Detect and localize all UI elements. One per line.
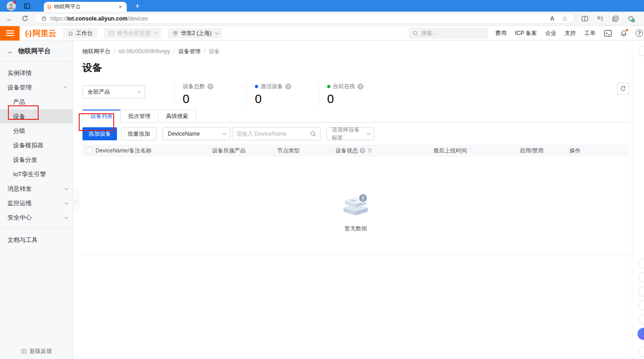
- stat-active-devices: 激活设备? 0: [246, 82, 318, 106]
- main-content: 物联网平台/iot-06z00c0h9r6voyy/设备管理/设备 设备 全部产…: [73, 41, 644, 359]
- help-icon[interactable]: ?: [285, 83, 291, 90]
- product-filter-select[interactable]: 全部产品: [82, 85, 145, 98]
- add-device-button[interactable]: 添加设备: [82, 127, 117, 140]
- breadcrumb: 物联网平台/iot-06z00c0h9r6voyy/设备管理/设备: [82, 41, 629, 55]
- tab-title: 物联网平台: [54, 3, 117, 10]
- favorites-bar-icon[interactable]: [596, 15, 604, 22]
- chevron-down-icon: [64, 200, 68, 204]
- content-divider: [82, 255, 629, 255]
- refresh-icon[interactable]: [21, 15, 28, 22]
- chevron-down-icon: [64, 215, 68, 219]
- tab-close-icon[interactable]: ×: [117, 4, 123, 10]
- resource-scope-selector[interactable]: 账号全部资源: [104, 28, 161, 38]
- browser-essentials-icon[interactable]: [627, 15, 635, 22]
- address-bar[interactable]: https://iot.console.aliyun.com/devices A…: [34, 13, 575, 24]
- console-search-input[interactable]: [421, 30, 477, 36]
- device-tag-select[interactable]: 请选择设备标签: [327, 127, 374, 140]
- sidebar-item-message-forwarding[interactable]: 消息转发: [0, 181, 73, 196]
- back-arrow-icon[interactable]: ←: [7, 48, 14, 55]
- blue-dot-icon: [255, 85, 258, 88]
- nav-link-billing[interactable]: 费用: [495, 29, 507, 37]
- chevron-down-icon: [154, 30, 158, 34]
- browser-titlebar: (-) 物联网平台 × +: [0, 0, 644, 12]
- sidebar-item-instance-detail[interactable]: 实例详情: [0, 66, 73, 80]
- filter-funnel-icon[interactable]: [367, 148, 372, 153]
- breadcrumb-current: 设备: [209, 48, 220, 55]
- browser-profile-avatar[interactable]: [7, 1, 16, 11]
- sidebar-item-device-simulator[interactable]: 设备模拟器: [0, 138, 73, 152]
- table-header-row: DeviceName/备注名称 设备所属产品 节点类型 设备状态 ? 最后上线时…: [82, 145, 629, 157]
- stat-online-devices: 当前在线? 0: [318, 82, 391, 106]
- nav-link-icp[interactable]: ICP 备案: [515, 29, 537, 37]
- breadcrumb-instance-id[interactable]: iot-06z00c0h9r6voyy: [118, 48, 170, 55]
- browser-tab[interactable]: (-) 物联网平台 ×: [44, 2, 127, 12]
- cloudshell-icon[interactable]: [604, 30, 612, 37]
- sidebar-item-groups[interactable]: 分组: [0, 124, 73, 138]
- device-actions: 添加设备 批量添加 DeviceName 请选择设备标签: [82, 127, 629, 140]
- devicename-search[interactable]: [232, 127, 321, 140]
- region-selector[interactable]: 华东2 (上海): [168, 28, 222, 38]
- tab-batch-management[interactable]: 批次管理: [121, 110, 158, 123]
- sidebar-item-devices[interactable]: 设备: [0, 109, 73, 124]
- nav-link-enterprise[interactable]: 企业: [545, 29, 556, 37]
- batch-add-button[interactable]: 批量添加: [121, 127, 157, 140]
- favorite-star-icon[interactable]: ☆: [562, 15, 568, 22]
- read-aloud-icon[interactable]: A: [550, 15, 555, 22]
- nav-link-ticket[interactable]: 工单: [584, 29, 596, 37]
- breadcrumb-iot-platform[interactable]: 物联网平台: [82, 48, 110, 55]
- workbench-button[interactable]: 工作台: [63, 28, 97, 38]
- site-favicon: (-): [48, 4, 51, 9]
- select-all-checkbox[interactable]: [86, 147, 93, 154]
- search-icon: [412, 30, 418, 36]
- resource-icon: [109, 30, 115, 36]
- breadcrumb-device-management[interactable]: 设备管理: [178, 48, 200, 55]
- sidebar-item-security-center[interactable]: 安全中心: [0, 210, 73, 225]
- sidebar-item-iot-twin[interactable]: IoT孪生引擎: [0, 167, 73, 181]
- feedback-icon: [21, 348, 27, 354]
- aliyun-logo-mark: (-): [25, 29, 31, 38]
- sidebar-collapse-handle[interactable]: ‹: [73, 190, 79, 213]
- sidebar-item-device-management[interactable]: 设备管理: [0, 80, 73, 95]
- console-top-nav: (-) 阿里云 工作台 账号全部资源 华东2 (上海) 费用 ICP 备案 企业…: [0, 26, 644, 41]
- url-text[interactable]: https://iot.console.aliyun.com/devices: [50, 15, 550, 22]
- split-screen-icon[interactable]: [581, 15, 589, 22]
- search-type-select[interactable]: DeviceName: [163, 127, 230, 140]
- back-icon[interactable]: ←: [6, 14, 13, 22]
- stat-online-value: 0: [327, 92, 391, 106]
- content-tabs: 设备列表 批次管理 高级搜索: [82, 110, 629, 123]
- new-tab-button[interactable]: +: [135, 2, 139, 10]
- browser-toolbar: ← https://iot.console.aliyun.com/devices…: [0, 12, 644, 26]
- hamburger-menu-icon[interactable]: [0, 26, 20, 41]
- aliyun-logo[interactable]: (-) 阿里云: [25, 28, 56, 39]
- stat-total-value: 0: [183, 92, 246, 106]
- console-search[interactable]: [409, 28, 488, 39]
- col-product: 设备所属产品: [212, 147, 277, 155]
- chevron-down-icon: [137, 89, 141, 93]
- stat-active-value: 0: [255, 92, 318, 106]
- bell-badge-dot: [626, 29, 628, 31]
- refresh-button[interactable]: [617, 83, 629, 95]
- chevron-up-icon: [63, 86, 67, 90]
- help-icon[interactable]: ?: [357, 83, 363, 90]
- help-icon[interactable]: ?: [207, 83, 213, 90]
- sidebar-item-monitoring-ops[interactable]: 监控运维: [0, 196, 73, 210]
- workspaces-icon[interactable]: [23, 2, 31, 10]
- sidebar-header[interactable]: ← 物联网平台: [0, 41, 73, 62]
- help-icon[interactable]: ?: [360, 148, 365, 153]
- no-data-illustration: !: [338, 192, 374, 221]
- sidebar-item-docs-tools[interactable]: 文档与工具: [0, 233, 73, 247]
- collections-icon[interactable]: [612, 15, 619, 22]
- nav-link-support[interactable]: 支持: [565, 29, 576, 37]
- feedback-button[interactable]: 新版反馈: [0, 347, 73, 355]
- help-icon[interactable]: ?: [636, 29, 643, 37]
- sidebar-item-products[interactable]: 产品: [0, 95, 73, 109]
- search-icon: [310, 131, 316, 137]
- notifications-bell-icon[interactable]: [620, 30, 627, 37]
- sidebar-item-device-distribution[interactable]: 设备分发: [0, 152, 73, 167]
- tab-device-list[interactable]: 设备列表: [82, 110, 121, 123]
- col-device-status: 设备状态 ?: [336, 147, 433, 155]
- devicename-search-input[interactable]: [236, 131, 310, 137]
- lock-icon[interactable]: [41, 15, 47, 21]
- tab-advanced-search[interactable]: 高级搜索: [158, 110, 196, 123]
- svg-text:!: !: [362, 195, 363, 202]
